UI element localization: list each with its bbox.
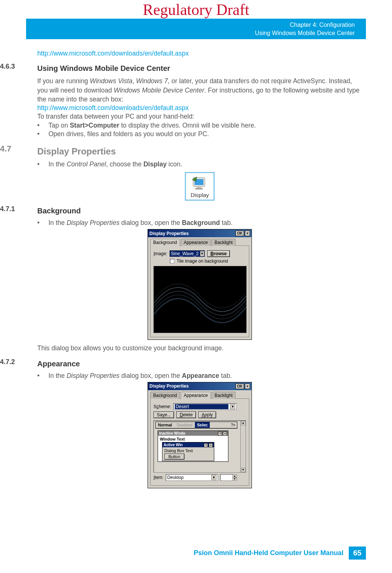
display-icon: Display [185, 172, 214, 201]
heading-472: Appearance [37, 360, 362, 368]
watermark: Regulatory Draft [0, 0, 392, 19]
bullet-47-1: • In the Control Panel, choose the Displ… [37, 160, 362, 168]
inactive-window-titlebar: Inactive Windo ?× [158, 431, 228, 436]
appearance-preview: Normal Disabled Selec ?× Inactive Windo [154, 420, 246, 473]
footer: Psion Omnii Hand-Held Computer User Manu… [194, 547, 366, 560]
dropdown-arrow-icon: ▼ [211, 475, 216, 480]
apply-button[interactable]: Apply [198, 411, 216, 418]
tile-checkbox[interactable] [170, 259, 174, 263]
tab-appearance[interactable]: Appearance [181, 239, 211, 246]
bullet-dot-icon: • [37, 372, 48, 380]
size-input[interactable] [220, 474, 233, 481]
paragraph-463-1: If you are running Windows Vista, Window… [37, 76, 362, 104]
header-chapter: Chapter 4: Configuration [26, 21, 355, 29]
dropdown-arrow-icon: ▼ [200, 251, 204, 256]
footer-manual-title: Psion Omnii Hand-Held Computer User Manu… [194, 549, 344, 557]
active-window-titlebar: Active Win ?× [162, 442, 214, 447]
browse-button[interactable]: Browse [207, 250, 230, 257]
tile-label: Tile image on background [177, 259, 228, 264]
close-button[interactable]: × [245, 383, 250, 389]
close-icon: × [209, 443, 213, 447]
heading-47: Display Properties [37, 146, 362, 157]
save-button[interactable]: Save... [154, 411, 174, 418]
bullet-dot-icon: • [37, 122, 48, 129]
bullet-463-1: • Tap on Start>Computer to display the d… [37, 122, 362, 129]
bullet-dot-icon: • [37, 219, 48, 227]
bullet-471-1: • In the Display Properties dialog box, … [37, 219, 362, 227]
svg-rect-3 [195, 188, 203, 190]
footer-page-number: 65 [349, 547, 366, 560]
link-ms-downloads-2[interactable]: http://www.microsoft.com/downloads/en/de… [37, 104, 189, 112]
sample-button: Button [164, 454, 184, 460]
heading-463: Using Windows Mobile Device Center [37, 64, 362, 73]
size-spinner[interactable]: ▲▼ [233, 475, 237, 480]
bullet-dot-icon: • [37, 130, 48, 138]
tab-background[interactable]: Background [150, 392, 180, 399]
delete-button[interactable]: Delete [176, 411, 196, 418]
ok-button[interactable]: OK [235, 231, 244, 236]
display-icon-label: Display [190, 192, 209, 198]
section-number-463: 4.6.3 [0, 63, 15, 70]
section-number-47: 4.7 [0, 144, 12, 153]
tab-backlight[interactable]: Backlight [212, 392, 236, 399]
scheme-label: Scheme: [154, 404, 171, 409]
heading-471: Background [37, 207, 362, 215]
tab-backlight[interactable]: Backlight [212, 239, 236, 246]
scheme-dropdown[interactable]: Desert ▼ [173, 403, 237, 410]
ok-button[interactable]: OK [235, 383, 244, 389]
scroll-up-icon: ▲ [241, 421, 246, 425]
paragraph-471-after: This dialog box allows you to customize … [37, 344, 362, 353]
bullet-472-1: • In the Display Properties dialog box, … [37, 372, 362, 380]
scroll-down-icon: ▼ [241, 468, 246, 472]
help-icon: ? [204, 443, 208, 447]
header-bar: Chapter 4: Configuration Using Windows M… [26, 19, 366, 39]
tab-appearance[interactable]: Appearance [181, 392, 211, 399]
background-preview [154, 266, 247, 333]
section-number-472: 4.7.2 [0, 358, 15, 366]
link-ms-downloads-1[interactable]: http://www.microsoft.com/downloads/en/de… [37, 50, 189, 57]
close-button[interactable]: × [245, 231, 250, 236]
dialog-display-properties-background: Display Properties OK × Background Appea… [148, 229, 252, 340]
dialog-titlebar: Display Properties OK × [148, 229, 252, 237]
header-section: Using Windows Mobile Device Center [26, 29, 355, 37]
close-icon: × [223, 432, 227, 436]
dropdown-arrow-icon: ▼ [230, 404, 235, 409]
bullet-dot-icon: • [37, 160, 48, 168]
paragraph-463-2: To transfer data between your PC and you… [37, 112, 362, 121]
dialog-titlebar: Display Properties OK × [148, 382, 252, 390]
image-dropdown[interactable]: Sine_Wave_2 ▼ [170, 250, 205, 257]
item-dropdown[interactable]: Desktop ▼ [166, 474, 218, 481]
monitor-icon [192, 176, 208, 191]
tab-background[interactable]: Background [150, 239, 180, 246]
item-label: Item: [154, 475, 164, 480]
image-label: Image: [154, 251, 167, 256]
preview-scrollbar[interactable]: ▲ ▼ [240, 421, 246, 472]
section-number-471: 4.7.1 [0, 205, 15, 213]
close-icon: × [233, 423, 235, 427]
bullet-463-2: • Open drives, files and folders as you … [37, 130, 362, 138]
help-icon: ? [218, 432, 222, 436]
dialog-display-properties-appearance: Display Properties OK × Background Appea… [148, 382, 252, 488]
svg-rect-2 [197, 187, 201, 188]
